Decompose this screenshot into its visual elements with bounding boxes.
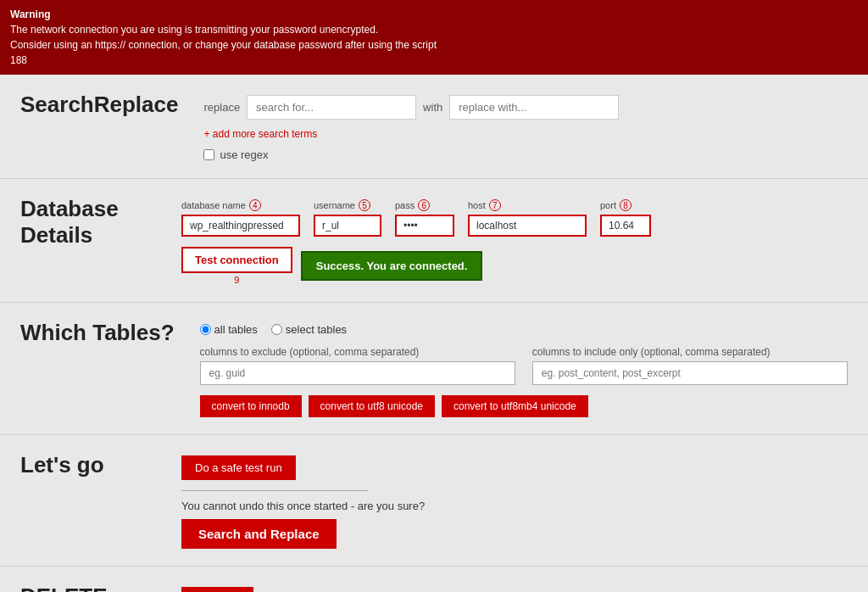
tables-content: all tables select tables columns to excl… bbox=[200, 320, 848, 417]
delete-content: delete me Once you're done click the del… bbox=[181, 584, 848, 592]
delete-row: delete me Once you're done click the del… bbox=[181, 587, 848, 592]
exclude-col-group: columns to exclude (optional, comma sepa… bbox=[200, 346, 515, 385]
database-content: database name 4 username 5 pass bbox=[181, 196, 848, 285]
pass-num: 6 bbox=[418, 199, 430, 211]
select-tables-option: select tables bbox=[271, 323, 347, 336]
exclude-input[interactable] bbox=[200, 361, 515, 385]
pass-group: pass 6 bbox=[395, 199, 454, 237]
add-more-link[interactable]: + add more search terms bbox=[203, 128, 848, 140]
pass-label: pass 6 bbox=[395, 199, 454, 211]
db-fields-row: database name 4 username 5 pass bbox=[181, 199, 848, 237]
use-regex-row: use regex bbox=[203, 148, 848, 161]
search-replace-content: replace with + add more search terms use… bbox=[203, 92, 848, 161]
letsgo-section: Let's go Do a safe test run You cannot u… bbox=[0, 435, 868, 567]
db-actions-row: Test connection 9 Success. You are conne… bbox=[181, 247, 848, 285]
delete-button[interactable]: delete me bbox=[181, 587, 253, 592]
host-label: host 7 bbox=[468, 199, 587, 211]
tables-section-title: Which Tables? bbox=[20, 320, 175, 346]
port-label: port 8 bbox=[600, 199, 651, 211]
select-tables-label: select tables bbox=[286, 323, 347, 336]
warning-line3: 188 bbox=[10, 53, 858, 68]
db-name-num: 4 bbox=[249, 199, 261, 211]
replace-label: replace bbox=[203, 101, 240, 114]
warning-bar: Warning The network connection you are u… bbox=[0, 0, 868, 75]
username-label: username 5 bbox=[314, 199, 381, 211]
port-num: 8 bbox=[620, 199, 632, 211]
port-group: port 8 bbox=[600, 199, 651, 237]
select-tables-radio[interactable] bbox=[271, 324, 282, 335]
delete-section-title: DELETE bbox=[20, 584, 156, 592]
test-connection-wrapper: Test connection 9 bbox=[181, 247, 292, 285]
host-input[interactable] bbox=[468, 215, 587, 237]
convert-buttons: convert to innodb convert to utf8 unicod… bbox=[200, 395, 848, 417]
include-input[interactable] bbox=[532, 361, 848, 385]
username-input[interactable] bbox=[314, 215, 381, 237]
all-tables-option: all tables bbox=[200, 323, 258, 336]
convert-innodb-button[interactable]: convert to innodb bbox=[200, 395, 302, 417]
warning-line1: The network connection you are using is … bbox=[10, 22, 858, 37]
letsgo-content: Do a safe test run You cannot undo this … bbox=[181, 452, 848, 549]
database-section-title: DatabaseDetails bbox=[20, 196, 156, 249]
username-num: 5 bbox=[359, 199, 370, 211]
warning-title: Warning bbox=[10, 7, 858, 22]
delete-section: DELETE delete me Once you're done click … bbox=[0, 567, 868, 592]
use-regex-checkbox[interactable] bbox=[203, 149, 214, 160]
include-label: columns to include only (optional, comma… bbox=[532, 346, 848, 358]
test-connection-button[interactable]: Test connection bbox=[181, 247, 292, 273]
db-name-input[interactable] bbox=[181, 215, 300, 237]
tables-section: Which Tables? all tables select tables c… bbox=[0, 303, 868, 435]
search-input[interactable] bbox=[247, 95, 416, 120]
search-replace-section: SearchReplace replace with + add more se… bbox=[0, 75, 868, 179]
divider bbox=[181, 490, 368, 491]
use-regex-label: use regex bbox=[220, 148, 268, 161]
convert-utf8-button[interactable]: convert to utf8 unicode bbox=[309, 395, 435, 417]
radio-row: all tables select tables bbox=[200, 323, 848, 336]
convert-utf8mb4-button[interactable]: convert to utf8mb4 unicode bbox=[442, 395, 588, 417]
search-replace-button[interactable]: Search and Replace bbox=[181, 519, 337, 549]
replace-input[interactable] bbox=[449, 95, 619, 120]
warning-line2: Consider using an https:// connection, o… bbox=[10, 37, 858, 53]
success-message: Success. You are connected. bbox=[301, 251, 483, 281]
all-tables-label: all tables bbox=[214, 323, 258, 336]
letsgo-section-title: Let's go bbox=[20, 452, 156, 478]
app-title: SearchReplace bbox=[20, 92, 178, 118]
all-tables-radio[interactable] bbox=[200, 324, 211, 335]
pass-input[interactable] bbox=[395, 215, 454, 237]
undo-warning-text: You cannot undo this once started - are … bbox=[181, 500, 848, 512]
host-group: host 7 bbox=[468, 199, 587, 237]
include-col-group: columns to include only (optional, comma… bbox=[532, 346, 848, 385]
database-section: DatabaseDetails database name 4 username… bbox=[0, 179, 868, 303]
exclude-label: columns to exclude (optional, comma sepa… bbox=[200, 346, 515, 358]
db-name-group: database name 4 bbox=[181, 199, 300, 237]
test-num-label: 9 bbox=[234, 275, 239, 285]
username-group: username 5 bbox=[314, 199, 381, 237]
columns-row: columns to exclude (optional, comma sepa… bbox=[200, 346, 848, 385]
port-input[interactable] bbox=[600, 215, 651, 237]
host-num: 7 bbox=[489, 199, 501, 211]
search-replace-row: replace with bbox=[203, 95, 848, 120]
with-label: with bbox=[423, 101, 442, 114]
safe-test-run-button[interactable]: Do a safe test run bbox=[181, 455, 296, 480]
db-name-label: database name 4 bbox=[181, 199, 300, 211]
